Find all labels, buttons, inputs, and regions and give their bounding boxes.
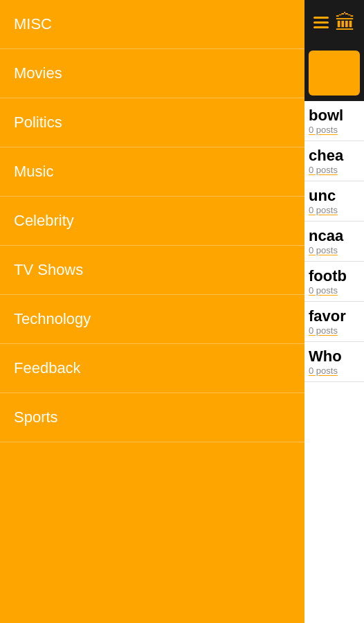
right-header: 🏛 <box>304 0 364 45</box>
topic-item-favor[interactable]: favor 0 posts <box>304 302 364 342</box>
topic-title: favor <box>309 307 361 325</box>
topic-posts: 0 posts <box>309 165 361 175</box>
topic-item-footb[interactable]: footb 0 posts <box>304 262 364 302</box>
sidebar-item-label: Feedback <box>14 359 81 377</box>
topic-posts: 0 posts <box>309 325 361 336</box>
hamburger-icon[interactable] <box>313 17 329 28</box>
topic-item-chea[interactable]: chea 0 posts <box>304 141 364 181</box>
topic-title: footb <box>309 267 361 285</box>
topic-posts: 0 posts <box>309 285 361 296</box>
topic-item-unc[interactable]: unc 0 posts <box>304 181 364 222</box>
topic-title: ncaa <box>309 227 361 245</box>
sidebar-item-label: Movies <box>14 64 62 82</box>
sidebar-item-label: MISC <box>14 15 52 33</box>
sidebar-item-politics[interactable]: Politics <box>0 98 304 147</box>
topic-item-ncaa[interactable]: ncaa 0 posts <box>304 222 364 262</box>
sidebar-item-misc[interactable]: MISC <box>0 0 304 49</box>
sidebar-item-technology[interactable]: Technology <box>0 295 304 344</box>
sidebar-item-label: Celebrity <box>14 212 74 229</box>
topic-posts: 0 posts <box>309 245 361 255</box>
sidebar-item-label: Politics <box>14 114 62 131</box>
sidebar-item-feedback[interactable]: Feedback <box>0 344 304 393</box>
topics-list: bowl 0 posts chea 0 posts unc 0 posts nc… <box>304 101 364 623</box>
sidebar-item-label: Technology <box>14 310 91 327</box>
search-box[interactable] <box>309 51 360 96</box>
topic-title: bowl <box>309 107 361 125</box>
topic-title: chea <box>309 147 361 165</box>
bank-icon[interactable]: 🏛 <box>335 11 356 35</box>
topic-title: unc <box>309 187 361 205</box>
sidebar-item-tv-shows[interactable]: TV Shows <box>0 246 304 295</box>
topic-item-who[interactable]: Who 0 posts <box>304 342 364 382</box>
sidebar-item-celebrity[interactable]: Celebrity <box>0 197 304 246</box>
sidebar: MISC Movies Politics Music Celebrity TV … <box>0 0 304 623</box>
sidebar-item-movies[interactable]: Movies <box>0 49 304 98</box>
topic-posts: 0 posts <box>309 125 361 135</box>
sidebar-item-label: Music <box>14 163 53 180</box>
sidebar-item-sports[interactable]: Sports <box>0 393 304 442</box>
sidebar-item-label: TV Shows <box>14 261 83 278</box>
sidebar-item-music[interactable]: Music <box>0 147 304 197</box>
topic-title: Who <box>309 347 361 365</box>
topic-item-bowl[interactable]: bowl 0 posts <box>304 101 364 141</box>
topic-posts: 0 posts <box>309 205 361 215</box>
right-panel: 🏛 bowl 0 posts chea 0 posts unc 0 posts … <box>304 0 364 623</box>
sidebar-item-label: Sports <box>14 408 58 426</box>
topic-posts: 0 posts <box>309 365 361 376</box>
